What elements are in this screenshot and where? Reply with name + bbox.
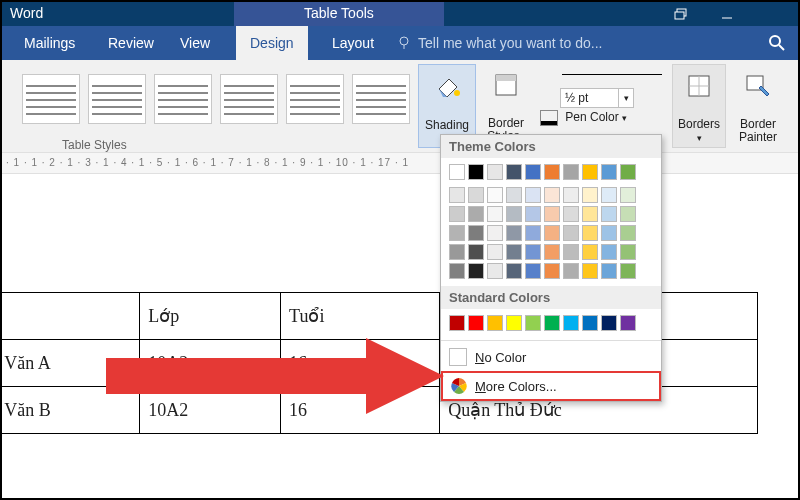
- tab-mailings[interactable]: Mailings: [10, 26, 89, 60]
- color-swatch[interactable]: [487, 225, 503, 241]
- color-swatch[interactable]: [506, 187, 522, 203]
- color-swatch[interactable]: [620, 206, 636, 222]
- color-swatch[interactable]: [582, 164, 598, 180]
- color-swatch[interactable]: [620, 225, 636, 241]
- color-swatch[interactable]: [601, 244, 617, 260]
- table-styles-gallery[interactable]: [18, 70, 422, 136]
- color-swatch[interactable]: [487, 315, 503, 331]
- color-swatch[interactable]: [449, 164, 465, 180]
- color-swatch[interactable]: [506, 315, 522, 331]
- color-swatch[interactable]: [506, 263, 522, 279]
- color-swatch[interactable]: [487, 244, 503, 260]
- color-swatch[interactable]: [563, 244, 579, 260]
- tab-view[interactable]: View: [166, 26, 224, 60]
- table-cell[interactable]: 16: [281, 387, 440, 434]
- color-swatch[interactable]: [449, 206, 465, 222]
- tab-layout[interactable]: Layout: [318, 26, 388, 60]
- color-swatch[interactable]: [582, 206, 598, 222]
- color-swatch[interactable]: [468, 244, 484, 260]
- table-cell[interactable]: 10A2: [140, 387, 281, 434]
- table-header-cell[interactable]: Tuổi: [281, 293, 440, 340]
- color-swatch[interactable]: [449, 263, 465, 279]
- color-swatch[interactable]: [563, 263, 579, 279]
- color-swatch[interactable]: [468, 164, 484, 180]
- table-cell[interactable]: 16: [281, 340, 440, 387]
- color-swatch[interactable]: [449, 315, 465, 331]
- color-swatch[interactable]: [582, 225, 598, 241]
- color-swatch[interactable]: [544, 225, 560, 241]
- color-swatch[interactable]: [468, 315, 484, 331]
- color-swatch[interactable]: [544, 164, 560, 180]
- table-style-option[interactable]: [154, 74, 212, 124]
- color-swatch[interactable]: [525, 225, 541, 241]
- color-swatch[interactable]: [563, 225, 579, 241]
- color-swatch[interactable]: [487, 263, 503, 279]
- no-color-item[interactable]: No Color: [441, 343, 661, 371]
- color-swatch[interactable]: [449, 225, 465, 241]
- color-swatch[interactable]: [525, 315, 541, 331]
- color-swatch[interactable]: [487, 187, 503, 203]
- table-style-option[interactable]: [220, 74, 278, 124]
- color-swatch[interactable]: [601, 315, 617, 331]
- tell-me-search[interactable]: Tell me what you want to do...: [396, 26, 602, 60]
- table-style-option[interactable]: [352, 74, 410, 124]
- color-swatch[interactable]: [506, 244, 522, 260]
- color-swatch[interactable]: [620, 263, 636, 279]
- minimize-icon[interactable]: [704, 2, 750, 26]
- restore-down-icon[interactable]: [658, 2, 704, 26]
- color-swatch[interactable]: [525, 187, 541, 203]
- tab-design[interactable]: Design: [236, 26, 308, 60]
- color-swatch[interactable]: [544, 187, 560, 203]
- color-swatch[interactable]: [601, 225, 617, 241]
- chevron-down-icon[interactable]: ▾: [618, 88, 634, 108]
- color-swatch[interactable]: [620, 187, 636, 203]
- color-swatch[interactable]: [544, 206, 560, 222]
- table-cell[interactable]: 10A2: [140, 340, 281, 387]
- horizontal-ruler[interactable]: · 1 · 1 · 2 · 1 · 3 · 1 · 4 · 1 · 5 · 1 …: [2, 152, 800, 174]
- color-swatch[interactable]: [544, 315, 560, 331]
- pen-color-button[interactable]: Pen Color ▾: [540, 110, 627, 126]
- color-swatch[interactable]: [601, 164, 617, 180]
- color-swatch[interactable]: [487, 164, 503, 180]
- color-swatch[interactable]: [601, 187, 617, 203]
- color-swatch[interactable]: [525, 263, 541, 279]
- pen-width-select[interactable]: ½ pt: [560, 88, 622, 108]
- table-style-option[interactable]: [88, 74, 146, 124]
- table-style-option[interactable]: [22, 74, 80, 124]
- color-swatch[interactable]: [582, 187, 598, 203]
- color-swatch[interactable]: [468, 206, 484, 222]
- table-cell[interactable]: [0, 293, 140, 340]
- color-swatch[interactable]: [525, 164, 541, 180]
- table-cell[interactable]: yễn Văn A: [0, 340, 140, 387]
- tab-review[interactable]: Review: [94, 26, 168, 60]
- color-swatch[interactable]: [620, 315, 636, 331]
- color-swatch[interactable]: [525, 206, 541, 222]
- color-swatch[interactable]: [544, 244, 560, 260]
- borders-button[interactable]: Borders▾: [672, 64, 726, 148]
- color-swatch[interactable]: [544, 263, 560, 279]
- color-swatch[interactable]: [506, 206, 522, 222]
- more-colors-item[interactable]: More Colors...: [441, 371, 661, 401]
- color-swatch[interactable]: [620, 244, 636, 260]
- color-swatch[interactable]: [506, 225, 522, 241]
- color-swatch[interactable]: [582, 244, 598, 260]
- color-swatch[interactable]: [601, 206, 617, 222]
- color-swatch[interactable]: [468, 187, 484, 203]
- color-swatch[interactable]: [601, 263, 617, 279]
- table-header-cell[interactable]: Lớp: [140, 293, 281, 340]
- table-style-option[interactable]: [286, 74, 344, 124]
- color-swatch[interactable]: [449, 244, 465, 260]
- color-swatch[interactable]: [582, 315, 598, 331]
- search-icon[interactable]: [762, 28, 792, 58]
- color-swatch[interactable]: [563, 315, 579, 331]
- color-swatch[interactable]: [563, 164, 579, 180]
- color-swatch[interactable]: [582, 263, 598, 279]
- color-swatch[interactable]: [563, 206, 579, 222]
- color-swatch[interactable]: [449, 187, 465, 203]
- color-swatch[interactable]: [468, 263, 484, 279]
- color-swatch[interactable]: [506, 164, 522, 180]
- color-swatch[interactable]: [487, 206, 503, 222]
- color-swatch[interactable]: [525, 244, 541, 260]
- border-painter-button[interactable]: Border Painter: [730, 64, 786, 146]
- color-swatch[interactable]: [468, 225, 484, 241]
